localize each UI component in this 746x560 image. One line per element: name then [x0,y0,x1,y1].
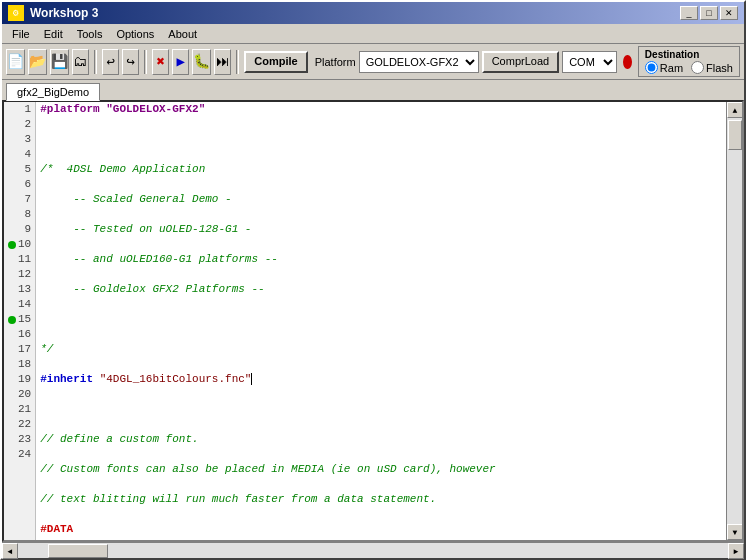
line-numbers: 123456789101112131415161718192021222324 [4,102,36,540]
status-indicator [623,55,632,69]
line-number-21: 21 [8,402,31,417]
platform-label: Platform [315,56,356,68]
line-number-9: 9 [8,222,31,237]
line-num-text-11: 11 [8,252,31,267]
flash-radio[interactable] [691,61,704,74]
open-button[interactable]: 📂 [28,49,47,75]
line-num-text-13: 13 [8,282,31,297]
scroll-up-button[interactable]: ▲ [727,102,743,118]
toolbar-sep-3 [236,50,239,74]
step-button[interactable]: ⏭ [214,49,231,75]
window-title: Workshop 3 [30,6,98,20]
stop-button[interactable]: ✖ [152,49,169,75]
vertical-scrollbar[interactable]: ▲ ▼ [726,102,742,540]
line-number-11: 11 [8,252,31,267]
line-num-text-6: 6 [8,177,31,192]
comprload-button[interactable]: ComprLoad [482,51,559,73]
code-line-6: -- and uOLED160-G1 platforms -- [40,252,722,267]
run-button[interactable]: ▶ [172,49,189,75]
menu-about[interactable]: About [162,27,203,41]
code-line-13: // Custom fonts can also be placed in ME… [40,462,722,477]
compile-button[interactable]: Compile [244,51,307,73]
line-num-text-9: 9 [8,222,31,237]
undo-button[interactable]: ↩ [102,49,119,75]
platform-dropdown[interactable]: GOLDELOX-GFX2 [359,51,479,73]
breakpoint-dot-10[interactable] [8,241,16,249]
code-editor[interactable]: #platform "GOLDELOX-GFX2" /* 4DSL Demo A… [36,102,726,540]
line-number-19: 19 [8,372,31,387]
scroll-down-button[interactable]: ▼ [727,524,743,540]
debug-button[interactable]: 🐛 [192,49,211,75]
line-num-text-24: 24 [8,447,31,462]
destination-options: Ram Flash [645,61,733,74]
ram-radio[interactable] [645,61,658,74]
line-num-text-8: 8 [8,207,31,222]
line-num-text-15: 15 [18,312,31,327]
line-num-text-17: 17 [8,342,31,357]
line-num-text-16: 16 [8,327,31,342]
line-number-4: 4 [8,147,31,162]
tab-gfx2bigdemo[interactable]: gfx2_BigDemo [6,83,100,101]
line-number-10: 10 [8,237,31,252]
line-number-23: 23 [8,432,31,447]
scroll-track-v[interactable] [727,118,742,524]
line-num-text-19: 19 [8,372,31,387]
title-controls: _ □ ✕ [680,6,738,20]
line-num-text-23: 23 [8,432,31,447]
line-number-2: 2 [8,117,31,132]
flash-label: Flash [706,62,733,74]
line-number-17: 17 [8,342,31,357]
code-line-11 [40,402,722,417]
title-bar-left: ⚙ Workshop 3 [8,5,98,21]
line-number-3: 3 [8,132,31,147]
tab-bar: gfx2_BigDemo [2,80,744,100]
line-num-text-4: 4 [8,147,31,162]
scroll-thumb-h[interactable] [48,544,108,558]
line-number-6: 6 [8,177,31,192]
save-button[interactable]: 💾 [50,49,69,75]
line-number-13: 13 [8,282,31,297]
menu-tools[interactable]: Tools [71,27,109,41]
code-line-14: // text blitting will run much faster fr… [40,492,722,507]
new-button[interactable]: 📄 [6,49,25,75]
ram-option[interactable]: Ram [645,61,683,74]
scroll-track-h[interactable] [18,543,728,558]
app-icon: ⚙ [8,5,24,21]
line-number-1: 1 [8,102,31,117]
toolbar-sep-2 [144,50,147,74]
code-line-4: -- Scaled General Demo - [40,192,722,207]
editor-container: 123456789101112131415161718192021222324 … [2,100,744,542]
menu-options[interactable]: Options [110,27,160,41]
redo-button[interactable]: ↪ [122,49,139,75]
breakpoint-dot-15[interactable] [8,316,16,324]
minimize-button[interactable]: _ [680,6,698,20]
scroll-right-button[interactable]: ► [728,543,744,559]
scroll-thumb-v[interactable] [728,120,742,150]
code-line-8 [40,312,722,327]
menu-file[interactable]: File [6,27,36,41]
close-button[interactable]: ✕ [720,6,738,20]
line-number-5: 5 [8,162,31,177]
menu-bar: File Edit Tools Options About [2,24,744,44]
maximize-button[interactable]: □ [700,6,718,20]
com-dropdown[interactable]: COM 3 [562,51,617,73]
save-all-button[interactable]: 🗂 [72,49,89,75]
line-num-text-5: 5 [8,162,31,177]
line-num-text-1: 1 [8,102,31,117]
scroll-left-button[interactable]: ◄ [2,543,18,559]
code-line-15: #DATA [40,522,722,537]
line-num-text-14: 14 [8,297,31,312]
menu-edit[interactable]: Edit [38,27,69,41]
destination-label: Destination [645,49,733,60]
line-num-text-3: 3 [8,132,31,147]
line-num-text-7: 7 [8,192,31,207]
horizontal-scrollbar[interactable]: ◄ ► [2,542,744,558]
code-line-9: */ [40,342,722,357]
line-num-text-12: 12 [8,267,31,282]
code-line-12: // define a custom font. [40,432,722,447]
line-num-text-2: 2 [8,117,31,132]
line-number-14: 14 [8,297,31,312]
code-line-1: #platform "GOLDELOX-GFX2" [40,102,722,117]
flash-option[interactable]: Flash [691,61,733,74]
toolbar-sep-1 [94,50,97,74]
